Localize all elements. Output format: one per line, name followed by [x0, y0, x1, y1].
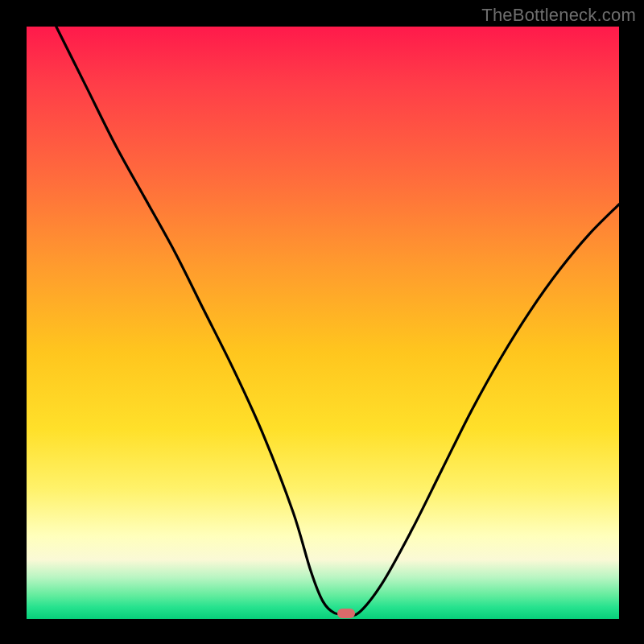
minimum-marker	[337, 609, 355, 618]
plot-area	[27, 27, 619, 619]
watermark-label: TheBottleneck.com	[481, 5, 636, 26]
chart-frame: TheBottleneck.com	[0, 0, 644, 644]
bottleneck-curve	[27, 27, 619, 619]
